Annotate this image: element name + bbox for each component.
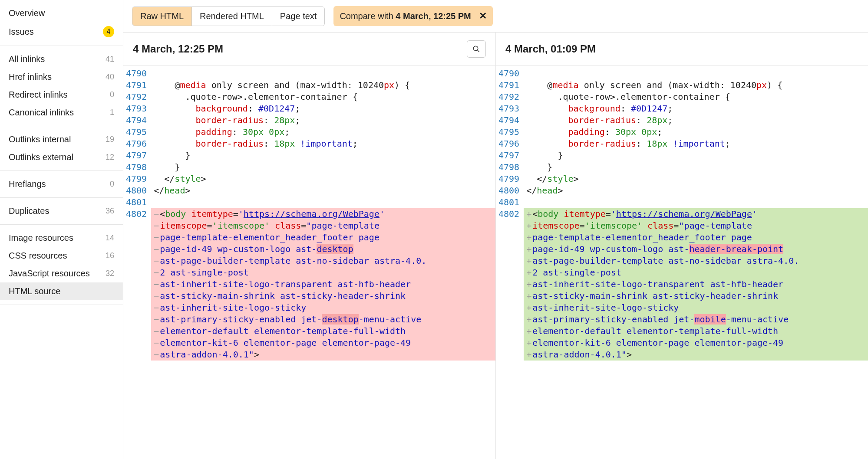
sidebar-item-html-source[interactable]: HTML source [0, 282, 123, 300]
sidebar-item-outlinks-external[interactable]: Outlinks external12 [0, 148, 123, 166]
diff-line-removed: −<body itemtype='https://schema.org/WebP… [151, 208, 495, 220]
diff-line-context: border-radius: 28px; [524, 115, 868, 126]
diff-line-context: border-radius: 18px !important; [524, 138, 868, 150]
sidebar-item-count: 40 [106, 72, 114, 82]
diff-line-removed: −astra-addon-4.0.1"> [151, 349, 495, 361]
diff-line-context: </style> [524, 173, 868, 185]
sidebar: OverviewIssues4All inlinks41Href inlinks… [0, 0, 123, 459]
left-pane-header: 4 March, 12:25 PM [123, 33, 496, 66]
sidebar-item-count: 36 [106, 207, 114, 216]
sidebar-item-overview[interactable]: Overview [0, 4, 123, 22]
compare-chip[interactable]: Compare with 4 March, 12:25 PM ✕ [333, 6, 492, 26]
diff-line-context: background: #0D1247; [524, 103, 868, 115]
sidebar-item-label: Outlinks external [9, 152, 73, 162]
search-button[interactable] [467, 40, 486, 58]
pane-headers: 4 March, 12:25 PM 4 March, 01:09 PM [123, 33, 868, 66]
view-tabs: Raw HTMLRendered HTMLPage text [132, 7, 325, 26]
diff-line-added: +astra-addon-4.0.1"> [524, 349, 868, 361]
diff-line-added: +elementor-kit-6 elementor-page elemento… [524, 337, 868, 349]
sidebar-item-label: Href inlinks [9, 72, 52, 82]
sidebar-item-duplicates[interactable]: Duplicates36 [0, 202, 123, 220]
sidebar-item-count: 4 [103, 26, 114, 37]
sidebar-item-count: 0 [110, 180, 114, 189]
sidebar-item-all-inlinks[interactable]: All inlinks41 [0, 50, 123, 68]
close-icon[interactable]: ✕ [479, 10, 487, 22]
diff-line-context [524, 68, 868, 79]
sidebar-item-canonical-inlinks[interactable]: Canonical inlinks1 [0, 104, 123, 121]
diff-line-context [151, 197, 495, 208]
diff-line-context [151, 68, 495, 79]
diff-line-context: </head> [151, 185, 495, 197]
sidebar-item-label: Duplicates [9, 206, 49, 216]
diff-line-context [524, 197, 868, 208]
sidebar-item-label: HTML source [9, 286, 60, 296]
svg-point-0 [473, 46, 478, 51]
diff-line-added: +elementor-default elementor-template-fu… [524, 325, 868, 337]
sidebar-item-count: 32 [106, 269, 114, 278]
diff-line-context: .quote-row>.elementor-container { [151, 91, 495, 103]
diff-line-removed: −elementor-default elementor-template-fu… [151, 325, 495, 337]
diff-line-context: } [524, 161, 868, 173]
right-code[interactable]: @media only screen and (max-width: 10240… [524, 66, 868, 459]
diff-line-context: padding: 30px 0px; [151, 126, 495, 138]
sidebar-item-css-resources[interactable]: CSS resources16 [0, 247, 123, 265]
compare-label: Compare with 4 March, 12:25 PM [340, 11, 471, 21]
diff-line-added: +page-template-elementor_header_footer p… [524, 232, 868, 243]
left-code[interactable]: @media only screen and (max-width: 10240… [151, 66, 495, 459]
diff-line-context: </head> [524, 185, 868, 197]
tab-raw-html[interactable]: Raw HTML [132, 7, 192, 26]
sidebar-item-javascript-resources[interactable]: JavaScript resources32 [0, 265, 123, 282]
diff-line-context: </style> [151, 173, 495, 185]
diff-line-context: padding: 30px 0px; [524, 126, 868, 138]
sidebar-item-count: 41 [106, 55, 114, 64]
diff-line-added: +ast-inherit-site-logo-sticky [524, 302, 868, 314]
diff-line-added: +<body itemtype='https://schema.org/WebP… [524, 208, 868, 220]
diff-line-context: background: #0D1247; [151, 103, 495, 115]
diff-line-removed: −ast-primary-sticky-enabled jet-desktop-… [151, 314, 495, 325]
diff-line-context: } [524, 150, 868, 161]
diff-line-removed: −ast-sticky-main-shrink ast-sticky-heade… [151, 290, 495, 302]
sidebar-item-image-resources[interactable]: Image resources14 [0, 229, 123, 247]
left-gutter: 4790479147924793479447954796479747984799… [123, 66, 151, 459]
diff-view[interactable]: 4790479147924793479447954796479747984799… [123, 66, 868, 459]
sidebar-item-redirect-inlinks[interactable]: Redirect inlinks0 [0, 86, 123, 104]
sidebar-item-count: 12 [106, 153, 114, 162]
diff-line-added: +page-id-49 wp-custom-logo ast-header-br… [524, 243, 868, 255]
sidebar-item-label: JavaScript resources [9, 269, 90, 279]
diff-line-removed: −ast-page-builder-template ast-no-sideba… [151, 255, 495, 267]
sidebar-item-label: All inlinks [9, 54, 45, 64]
sidebar-item-count: 1 [110, 108, 114, 117]
right-gutter: 4790479147924793479447954796479747984799… [496, 66, 524, 459]
diff-line-added: +itemscope='itemscope' class="page-templ… [524, 220, 868, 232]
sidebar-item-label: Canonical inlinks [9, 108, 74, 118]
right-pane-title: 4 March, 01:09 PM [505, 43, 596, 55]
tab-rendered-html[interactable]: Rendered HTML [192, 7, 272, 26]
sidebar-item-href-inlinks[interactable]: Href inlinks40 [0, 68, 123, 86]
sidebar-item-hreflangs[interactable]: Hreflangs0 [0, 175, 123, 193]
tab-page-text[interactable]: Page text [272, 7, 325, 26]
diff-line-context: border-radius: 18px !important; [151, 138, 495, 150]
diff-line-removed: −2 ast-single-post [151, 267, 495, 279]
left-pane-title: 4 March, 12:25 PM [133, 43, 223, 55]
main: Raw HTMLRendered HTMLPage text Compare w… [123, 0, 868, 459]
diff-line-context: @media only screen and (max-width: 10240… [151, 79, 495, 91]
sidebar-item-label: Overview [9, 8, 45, 18]
right-pane: 4790479147924793479447954796479747984799… [496, 66, 868, 459]
diff-line-removed: −elementor-kit-6 elementor-page elemento… [151, 337, 495, 349]
diff-line-context: @media only screen and (max-width: 10240… [524, 79, 868, 91]
diff-line-removed: −ast-inherit-site-logo-transparent ast-h… [151, 279, 495, 290]
sidebar-item-count: 0 [110, 90, 114, 99]
sidebar-item-issues[interactable]: Issues4 [0, 22, 123, 41]
sidebar-item-count: 19 [106, 135, 114, 144]
left-pane: 4790479147924793479447954796479747984799… [123, 66, 496, 459]
diff-line-added: +ast-sticky-main-shrink ast-sticky-heade… [524, 290, 868, 302]
diff-line-removed: −itemscope='itemscope' class="page-templ… [151, 220, 495, 232]
diff-line-removed: −page-id-49 wp-custom-logo ast-desktop [151, 243, 495, 255]
diff-line-removed: −page-template-elementor_header_footer p… [151, 232, 495, 243]
diff-line-added: +ast-inherit-site-logo-transparent ast-h… [524, 279, 868, 290]
toolbar: Raw HTMLRendered HTMLPage text Compare w… [123, 0, 868, 33]
diff-line-context: } [151, 150, 495, 161]
diff-line-added: +ast-page-builder-template ast-no-sideba… [524, 255, 868, 267]
diff-line-context: border-radius: 28px; [151, 115, 495, 126]
sidebar-item-outlinks-internal[interactable]: Outlinks internal19 [0, 131, 123, 148]
